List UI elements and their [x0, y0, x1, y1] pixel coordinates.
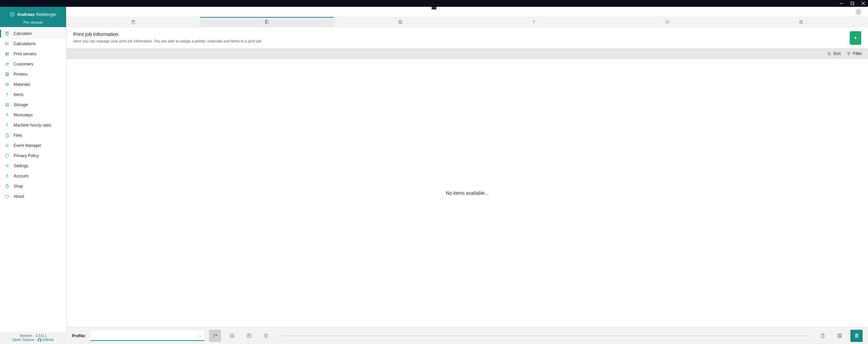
svg-point-10 [7, 34, 7, 35]
sidebar-item-label: Customers [14, 62, 33, 66]
event-icon [5, 143, 9, 148]
minimize-button[interactable] [840, 1, 844, 5]
topbar [66, 7, 868, 17]
svg-rect-1 [851, 2, 854, 5]
export-button[interactable] [243, 330, 255, 342]
calculator-icon [5, 31, 9, 36]
shop-icon [5, 184, 9, 189]
sort-button[interactable]: Sort [827, 51, 841, 56]
svg-point-22 [6, 63, 7, 64]
svg-point-8 [7, 34, 8, 34]
about-icon [5, 194, 9, 199]
sidebar-header: Andreas Reitberger Pro Version [0, 7, 66, 27]
import-button[interactable] [226, 330, 238, 342]
save-icon [837, 333, 842, 338]
svg-point-53 [857, 337, 857, 337]
pro-badge: Pro Version [0, 20, 66, 24]
add-button[interactable]: + [850, 31, 861, 45]
sidebar-item-label: Machine hourly rates [14, 123, 51, 128]
version-text: Version - 1.0.0.1 [0, 333, 66, 338]
filter-button[interactable]: Filter [847, 51, 862, 56]
tab-calculator[interactable] [66, 17, 200, 27]
sidebar-item-label: Storage [14, 102, 28, 107]
sidebar-item-print-servers[interactable]: Print servers [0, 49, 66, 59]
sidebar-item-label: Items [14, 92, 23, 97]
sidebar-item-label: Settings [14, 164, 28, 168]
calculator-icon [854, 333, 859, 338]
svg-rect-26 [6, 75, 8, 76]
privacy-icon [5, 153, 9, 158]
svg-point-20 [6, 53, 6, 53]
users-icon [5, 62, 9, 66]
sidebar-item-settings[interactable]: Settings [0, 161, 66, 171]
window-titlebar [0, 0, 868, 7]
item-icon [5, 92, 9, 97]
svg-point-23 [7, 63, 8, 64]
sidebar-item-customers[interactable]: Customers [0, 59, 66, 69]
sidebar-item-materials[interactable]: Materials [0, 79, 66, 90]
rates-icon [5, 123, 9, 128]
settings-gear-icon[interactable] [856, 9, 861, 15]
list-area: No items available... [66, 59, 868, 327]
sidebar-item-shop[interactable]: Shop [0, 181, 66, 191]
sidebar-item-label: Materials [14, 82, 30, 87]
save-button[interactable] [833, 330, 846, 342]
storage-icon [5, 102, 9, 107]
sidebar-item-label: Account [14, 174, 28, 178]
new-file-button[interactable] [816, 330, 829, 342]
page-subtitle: Here you can manage your print job infor… [73, 39, 262, 43]
svg-point-17 [5, 44, 5, 45]
calculator-icon [131, 20, 136, 24]
sidebar-item-printers[interactable]: Printers [0, 69, 66, 79]
server-icon [5, 52, 9, 56]
sidebar-item-storage[interactable]: Storage [0, 100, 66, 110]
sidebar-item-calculator[interactable]: Calculator [0, 28, 66, 39]
gear-icon [665, 20, 670, 24]
svg-point-9 [6, 34, 7, 35]
delete-button[interactable] [260, 330, 272, 342]
sidebar-item-about[interactable]: About [0, 191, 66, 202]
sidebar-item-worksteps[interactable]: Worksteps [0, 110, 66, 120]
svg-point-48 [856, 336, 856, 336]
sidebar-item-account[interactable]: Account [0, 171, 66, 181]
sidebar-item-calculations[interactable]: Calculations [0, 39, 66, 49]
maximize-button[interactable] [850, 1, 854, 5]
sidebar-item-machine-rates[interactable]: Machine hourly rates [0, 120, 66, 130]
github-icon [38, 338, 41, 342]
brand: Andreas Reitberger [0, 12, 66, 17]
sidebar-item-label: Calculator [14, 31, 32, 36]
sidebar-item-privacy[interactable]: Privacy Policy [0, 151, 66, 161]
sidebar-item-label: Shop [14, 184, 23, 189]
sidebar-item-label: Printers [14, 72, 27, 77]
sidebar-item-label: Worksteps [14, 113, 33, 117]
chevron-down-icon: ⌄ [199, 333, 201, 337]
close-button[interactable] [861, 1, 865, 5]
files-icon [264, 20, 269, 24]
page-header: Print job information Here you can manag… [66, 27, 868, 48]
open-source-link[interactable]: Open Source - GitHub [12, 338, 54, 342]
divider [280, 336, 808, 336]
tab-cube[interactable] [334, 17, 467, 27]
svg-point-32 [6, 113, 8, 115]
tab-checklist[interactable] [734, 17, 868, 27]
list-icon [5, 41, 9, 46]
svg-point-15 [5, 43, 5, 43]
material-icon [5, 82, 9, 87]
sidebar-item-label: Calculations [14, 41, 36, 46]
sidebar-item-event-manager[interactable]: Event Manager [0, 140, 66, 151]
tab-arrow[interactable] [467, 17, 601, 27]
worksteps-icon [5, 113, 9, 117]
svg-point-6 [6, 34, 7, 34]
settings-icon [5, 164, 9, 168]
tab-gear[interactable] [601, 17, 734, 27]
sidebar-item-files[interactable]: Files [0, 130, 66, 140]
refresh-button[interactable] [209, 330, 221, 342]
svg-point-34 [6, 165, 8, 167]
svg-point-50 [857, 336, 857, 336]
svg-point-21 [6, 55, 6, 55]
profile-select[interactable]: ⌄ [91, 331, 204, 341]
calculate-button[interactable] [850, 330, 863, 342]
sidebar-item-items[interactable]: Items [0, 90, 66, 100]
printer-icon [5, 72, 9, 77]
tab-files[interactable] [200, 17, 334, 27]
